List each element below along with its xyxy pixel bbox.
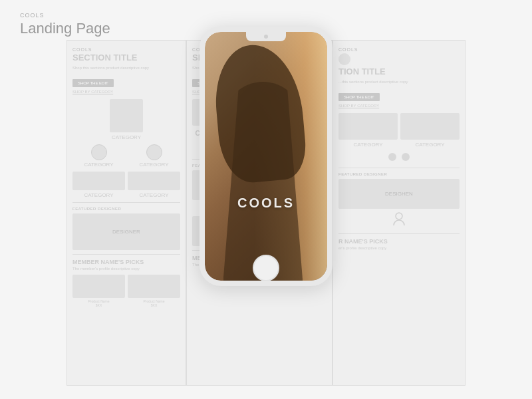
left-product-2: Product Name $XX xyxy=(128,275,180,307)
right-icon xyxy=(338,53,350,65)
right-cat-label-1: CATEGORY xyxy=(338,142,398,148)
right-member-desc: er's profile descriptive copy xyxy=(338,246,460,250)
left-hr-1 xyxy=(72,202,180,203)
left-category-boxes: CATEGORY CATEGORY xyxy=(72,172,180,198)
phone-photo: COOLS xyxy=(205,32,327,281)
right-person-icon xyxy=(338,212,460,229)
left-product-price-1: $XX xyxy=(72,303,125,307)
left-cat-box-img-2 xyxy=(128,172,180,190)
left-cat-label: CATEGORY xyxy=(72,134,180,140)
hair-detail xyxy=(211,41,309,184)
left-cat-box-img-1 xyxy=(72,172,125,190)
left-cat-label-1: CATEGORY xyxy=(72,162,125,168)
right-desc: ...this sections product descriptive cop… xyxy=(338,79,460,84)
right-section-title: TION TITLE xyxy=(338,67,460,76)
left-cat-box-label-2: CATEGORY xyxy=(128,192,180,198)
left-wireframe-panel: COOLS SECTION TITLE Shop this sections p… xyxy=(66,40,186,386)
left-member-desc: The member's profile descriptive copy xyxy=(72,267,180,271)
left-cat-box-label-1: CATEGORY xyxy=(72,192,125,198)
left-cat-circle-2 xyxy=(146,144,162,160)
page-title: Landing Page xyxy=(20,20,110,37)
right-panel-brand: COOLS xyxy=(338,47,460,52)
right-cat-label-2: CATEGORY xyxy=(400,142,460,148)
left-desc: Shop this sections product descriptive c… xyxy=(72,65,180,70)
right-hr-1 xyxy=(338,168,460,168)
left-cat-circle-1 xyxy=(91,144,107,160)
right-circle-row xyxy=(338,152,460,164)
right-featured-label: FEATURED DESIGNER xyxy=(338,172,460,176)
left-product-price-2: $XX xyxy=(128,303,180,307)
phone-home-btn[interactable] xyxy=(253,255,279,281)
left-hr-2 xyxy=(72,254,180,255)
left-product-1: Product Name $XX xyxy=(72,275,125,307)
right-category-row: CATEGORY CATEGORY xyxy=(338,113,460,148)
person-icon xyxy=(393,212,405,227)
left-product-img-2 xyxy=(128,275,180,298)
left-designer-label: DESIGNER xyxy=(112,229,140,235)
right-wireframe-panel: COOLS TION TITLE ...this sections produc… xyxy=(332,40,466,386)
right-cat-2: CATEGORY xyxy=(400,113,460,148)
right-designer-block: DESIGHEN xyxy=(338,179,460,209)
left-panel-content: COOLS SECTION TITLE Shop this sections p… xyxy=(67,41,186,314)
left-category-row: CATEGORY CATEGORY xyxy=(72,144,180,168)
left-cat-item-1: CATEGORY xyxy=(72,144,125,168)
brand-label: COOLS xyxy=(20,12,110,19)
phone-side-btn-left xyxy=(200,85,201,102)
right-member-title: R NAME'S PICKS xyxy=(338,238,460,245)
left-cat-box-1: CATEGORY xyxy=(72,172,125,198)
left-product-img-1 xyxy=(72,275,125,298)
right-icon-sm-1 xyxy=(388,153,396,161)
right-designer-label: DESIGHEN xyxy=(385,191,413,197)
right-panel-content: COOLS TION TITLE ...this sections produc… xyxy=(333,41,465,261)
right-cat-1: CATEGORY xyxy=(338,113,398,148)
right-hr-2 xyxy=(338,233,460,234)
phone-side-btn-right xyxy=(331,85,332,108)
left-section-title: SECTION TITLE xyxy=(72,53,180,63)
page-header: COOLS Landing Page xyxy=(20,12,110,37)
right-shop-btn[interactable]: SHOP THE EDIT xyxy=(338,93,380,101)
left-cat-label-2: CATEGORY xyxy=(128,162,180,168)
phone-camera xyxy=(264,35,268,39)
svg-point-0 xyxy=(396,213,402,219)
left-single-category: CATEGORY xyxy=(72,99,180,140)
left-featured-label: FEATURED DESIGNER xyxy=(72,207,180,211)
left-panel-brand: COOLS xyxy=(72,47,180,52)
left-designer-block: DESIGNER xyxy=(72,213,180,250)
left-shop-link[interactable]: SHOP BY CATEGORY xyxy=(72,90,180,94)
phone-mockup: COOLS xyxy=(200,27,332,286)
left-cat-item-2: CATEGORY xyxy=(128,144,180,168)
right-cat-img-1 xyxy=(338,113,398,140)
left-shop-btn[interactable]: SHOP THE EDIT xyxy=(72,79,114,87)
phone-cools-text: COOLS xyxy=(205,196,327,211)
phone-outer: COOLS xyxy=(200,27,332,286)
left-cat-box-2: CATEGORY xyxy=(128,172,180,198)
left-cat-img xyxy=(110,99,143,132)
right-shop-link[interactable]: SHOP BY CATEGORY xyxy=(338,104,460,108)
left-product-row: Product Name $XX Product Name $XX xyxy=(72,275,180,307)
phone-screen: COOLS xyxy=(205,32,327,281)
right-cat-img-2 xyxy=(400,113,460,140)
left-member-title: MEMBER NAME'S PICKS xyxy=(72,259,180,265)
right-icon-sm-2 xyxy=(402,153,410,161)
